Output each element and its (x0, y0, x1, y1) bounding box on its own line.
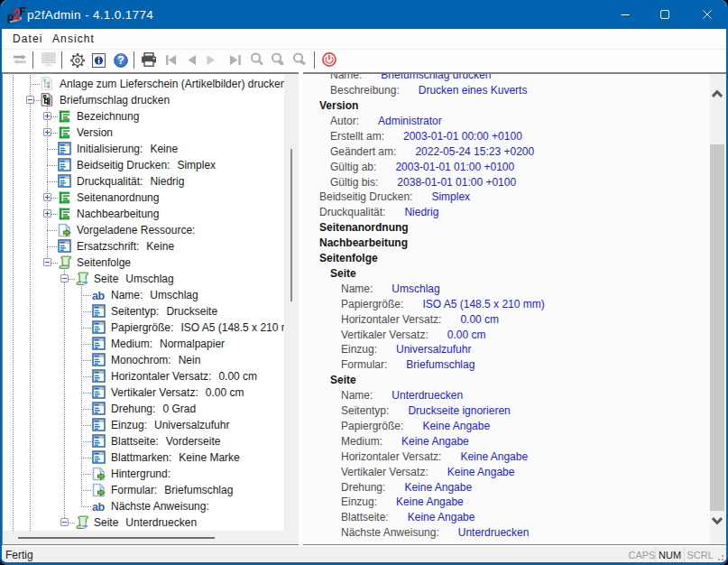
svg-text:?: ? (117, 54, 124, 67)
svg-text:F: F (20, 5, 26, 18)
